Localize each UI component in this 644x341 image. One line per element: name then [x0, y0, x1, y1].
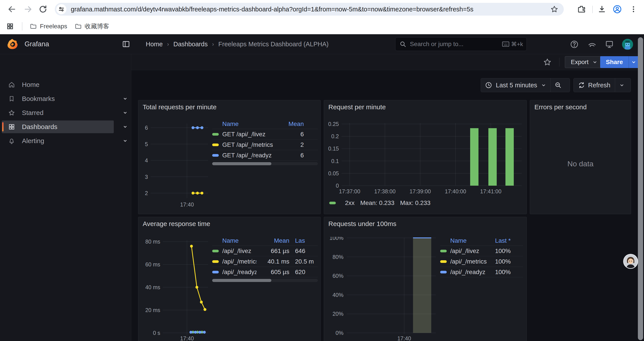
chevron-down-icon	[541, 82, 546, 88]
panel-title[interactable]: Requests under 100ms	[328, 220, 396, 228]
page-scrollbar[interactable]	[638, 37, 643, 340]
dashboard-controls: Last 5 minutes Refresh	[131, 70, 644, 92]
legend-table: NameMeanGET /api/_/livez6GET /api/_/metr…	[212, 119, 318, 161]
url-input[interactable]	[70, 6, 564, 13]
reload-icon[interactable]	[38, 4, 48, 15]
legend-row[interactable]: GET /api/_/metrics2	[212, 140, 318, 150]
series-name[interactable]: /api/_/livez	[450, 247, 490, 254]
apps-grid-icon[interactable]	[5, 21, 15, 32]
series-name[interactable]: /api/_/livez	[222, 247, 256, 254]
series-name[interactable]: /api/_/metrics	[222, 258, 256, 265]
floating-assistant-avatar[interactable]	[623, 254, 638, 269]
bookmark-folder-blogs[interactable]: 收藏博客	[75, 22, 110, 31]
zoom-out-button[interactable]	[550, 78, 566, 92]
sidebar-item-starred[interactable]: Starred	[2, 106, 114, 119]
legend-scrollbar-thumb[interactable]	[212, 162, 271, 165]
legend-row[interactable]: /api/_/livez661 µs646	[212, 246, 318, 256]
legend-row[interactable]: /api/_/readyz100%	[440, 267, 523, 277]
extensions-icon[interactable]	[576, 4, 587, 15]
panel-title[interactable]: Average response time	[143, 220, 210, 228]
refresh-button[interactable]: Refresh	[574, 78, 615, 92]
panel-errors-per-second[interactable]: Errors per second No data	[530, 100, 631, 214]
panel-total-requests-per-minute[interactable]: Total requests per minute 6543217:40 Nam…	[138, 100, 321, 214]
share-menu-chevron[interactable]	[629, 56, 638, 68]
legend-col-last[interactable]: Last *	[490, 237, 523, 244]
legend-scrollbar[interactable]	[212, 279, 318, 282]
refresh-interval-chevron[interactable]	[615, 78, 629, 92]
legend-row[interactable]: /api/_/metrics100%	[440, 256, 523, 267]
legend-scrollbar-thumb[interactable]	[212, 279, 271, 282]
legend-col-name[interactable]: Name	[222, 121, 285, 128]
series-name[interactable]: /api/_/readyz	[450, 269, 490, 276]
time-range-label: Last 5 minutes	[496, 82, 537, 89]
sidebar-item-bookmarks[interactable]: Bookmarks	[2, 92, 114, 105]
series-color-pill	[440, 260, 447, 263]
panel-average-response-time[interactable]: Average response time 80 ms60 ms40 ms20 …	[138, 217, 321, 341]
news-rss-icon[interactable]	[587, 40, 597, 49]
bookmark-folder-freeleaps[interactable]: Freeleaps	[30, 23, 67, 30]
share-button-label[interactable]: Share	[600, 56, 629, 68]
favorite-star-icon[interactable]	[543, 58, 552, 67]
series-color-pill	[212, 271, 219, 273]
series-name[interactable]: GET /api/_/readyz	[222, 152, 285, 159]
breadcrumb-home[interactable]: Home	[146, 41, 163, 48]
search-box[interactable]: ⌘+k	[395, 37, 527, 51]
sidebar-item-alerting[interactable]: Alerting	[2, 135, 114, 147]
chevron-down-icon[interactable]	[122, 124, 128, 130]
grafana-brand[interactable]: Grafana	[6, 38, 49, 50]
export-button[interactable]: Export	[565, 56, 604, 68]
series-name[interactable]: GET /api/_/metrics	[222, 141, 285, 148]
site-settings-icon[interactable]	[56, 4, 66, 14]
legend-col-las[interactable]: Las	[289, 237, 318, 244]
x-axis-tick-label: 17:40	[180, 201, 194, 208]
chevron-down-icon[interactable]	[122, 96, 128, 102]
time-range-group: Last 5 minutes	[481, 78, 570, 92]
legend-row[interactable]: /api/_/livez100%	[440, 246, 523, 256]
legend-row[interactable]: GET /api/_/readyz6	[212, 150, 318, 161]
panel-title[interactable]: Errors per second	[534, 103, 586, 111]
panel-title[interactable]: Total requests per minute	[143, 103, 216, 111]
sidebar-collapse-icon[interactable]	[122, 40, 130, 49]
series-value: 40.1 ms	[256, 258, 289, 265]
series-value: 661 µs	[256, 247, 289, 254]
chevron-down-icon[interactable]	[122, 138, 128, 144]
sidebar-item-home[interactable]: Home	[2, 78, 114, 91]
legend-col-mean[interactable]: Mean	[256, 237, 289, 244]
breadcrumb-dashboards[interactable]: Dashboards	[174, 41, 208, 48]
search-input[interactable]	[410, 40, 502, 48]
y-axis-tick-label: 0.25	[328, 121, 339, 127]
legend-col-name[interactable]: Name	[450, 237, 490, 244]
series-name[interactable]: GET /api/_/livez	[222, 131, 285, 138]
user-avatar[interactable]	[622, 39, 633, 50]
sidebar-item-dashboards[interactable]: Dashboards	[2, 121, 114, 133]
back-icon[interactable]	[6, 4, 17, 15]
x-axis-tick-label: 17:41:00	[480, 188, 501, 194]
grafana-brand-name: Grafana	[24, 40, 49, 48]
legend-col-mean[interactable]: Mean	[285, 121, 318, 128]
series-name[interactable]: /api/_/readyz	[222, 269, 256, 276]
panel-requests-under-100ms[interactable]: Requests under 100ms 100%80%60%40%20%0%1…	[324, 217, 527, 341]
bookmark-star-icon[interactable]	[550, 5, 559, 14]
browser-menu-icon[interactable]	[628, 4, 639, 15]
panel-title[interactable]: Request per minute	[328, 103, 386, 111]
forward-icon[interactable]	[23, 4, 33, 15]
panel-request-per-minute[interactable]: Request per minute 0.250.20.150.10.05017…	[324, 100, 527, 214]
sidebar-item-label: Dashboards	[22, 123, 58, 131]
legend-scrollbar[interactable]	[212, 162, 318, 165]
series-name[interactable]: /api/_/metrics	[450, 258, 490, 265]
help-icon[interactable]	[570, 40, 579, 49]
legend-inline[interactable]: 2xx Mean: 0.233 Max: 0.233	[329, 199, 430, 206]
share-button[interactable]: Share	[600, 56, 638, 68]
profile-icon[interactable]	[612, 4, 622, 15]
url-bar[interactable]	[55, 3, 564, 16]
kiosk-monitor-icon[interactable]	[604, 40, 614, 49]
legend-row[interactable]: /api/_/metrics40.1 ms20.5 m	[212, 256, 318, 267]
legend-row[interactable]: /api/_/readyz605 µs620	[212, 267, 318, 277]
download-icon[interactable]	[597, 4, 607, 15]
dashboards-grid-icon	[8, 123, 15, 131]
legend-row[interactable]: GET /api/_/livez6	[212, 129, 318, 140]
chevron-down-icon[interactable]	[122, 110, 128, 116]
grafana-app: Grafana Home › Dashboards › Freeleaps Me…	[0, 34, 644, 341]
time-range-picker[interactable]: Last 5 minutes	[481, 78, 550, 92]
legend-col-name[interactable]: Name	[222, 237, 256, 244]
